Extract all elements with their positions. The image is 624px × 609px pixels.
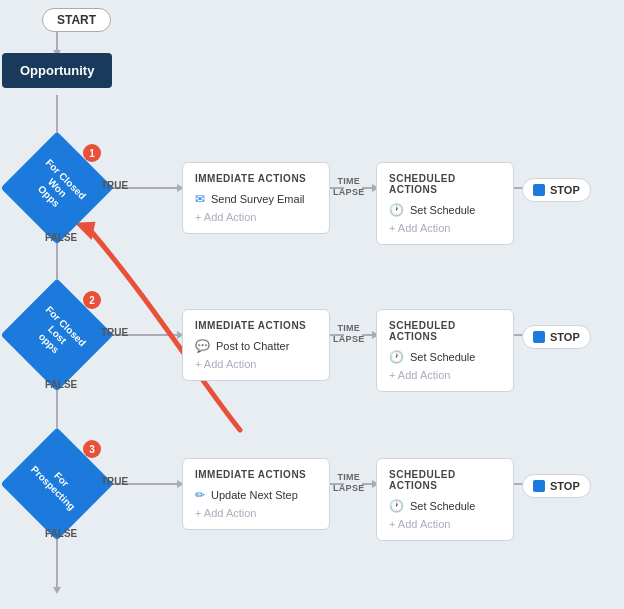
scheduled-actions-3: SCHEDULED ACTIONS 🕐 Set Schedule + Add A… [376, 458, 514, 541]
add-action-sched-1[interactable]: + Add Action [389, 222, 501, 234]
add-action-sched-3[interactable]: + Add Action [389, 518, 501, 530]
start-node: START [42, 8, 111, 32]
set-schedule-2[interactable]: 🕐 Set Schedule [389, 350, 501, 364]
email-icon: ✉ [195, 192, 205, 206]
diamond-1-wrap[interactable]: For Closed WonOpps 1 TRUE FALSE [17, 148, 97, 228]
sched-title-3: SCHEDULED ACTIONS [389, 469, 501, 491]
time-lapse-label-2: TIMELAPSE [333, 323, 365, 345]
immediate-title-2: IMMEDIATE ACTIONS [195, 320, 317, 331]
stop-button-3[interactable]: STOP [522, 474, 591, 498]
diamond-2-false: FALSE [45, 379, 77, 390]
stop-square-2 [533, 331, 545, 343]
post-chatter-item[interactable]: 💬 Post to Chatter [195, 339, 317, 353]
immediate-actions-1: IMMEDIATE ACTIONS ✉ Send Survey Email + … [182, 162, 330, 234]
immediate-title-3: IMMEDIATE ACTIONS [195, 469, 317, 480]
flow-container: START Opportunity For Closed WonOpps 1 T… [0, 0, 624, 609]
add-action-3[interactable]: + Add Action [195, 507, 317, 519]
svg-marker-30 [53, 587, 61, 594]
opportunity-box: Opportunity [2, 53, 112, 88]
sched-title-1: SCHEDULED ACTIONS [389, 173, 501, 195]
diamond-1-false: FALSE [45, 232, 77, 243]
immediate-actions-3: IMMEDIATE ACTIONS ✏ Update Next Step + A… [182, 458, 330, 530]
add-action-2[interactable]: + Add Action [195, 358, 317, 370]
clock-icon-1: 🕐 [389, 203, 404, 217]
diamond-3-false: FALSE [45, 528, 77, 539]
stop-square-1 [533, 184, 545, 196]
send-survey-item[interactable]: ✉ Send Survey Email [195, 192, 317, 206]
diamond-3-true: TRUE [101, 476, 128, 487]
diamond-3-badge: 3 [83, 440, 101, 458]
stop-button-2[interactable]: STOP [522, 325, 591, 349]
diamond-1-true: TRUE [101, 180, 128, 191]
sched-title-2: SCHEDULED ACTIONS [389, 320, 501, 342]
time-lapse-label-1: TIMELAPSE [333, 176, 365, 198]
immediate-title-1: IMMEDIATE ACTIONS [195, 173, 317, 184]
diamond-2-true: TRUE [101, 327, 128, 338]
immediate-actions-2: IMMEDIATE ACTIONS 💬 Post to Chatter + Ad… [182, 309, 330, 381]
scheduled-actions-2: SCHEDULED ACTIONS 🕐 Set Schedule + Add A… [376, 309, 514, 392]
add-action-1[interactable]: + Add Action [195, 211, 317, 223]
stop-button-1[interactable]: STOP [522, 178, 591, 202]
diamond-3-wrap[interactable]: For Prospecting 3 TRUE FALSE [17, 444, 97, 524]
clock-icon-3: 🕐 [389, 499, 404, 513]
scheduled-actions-1: SCHEDULED ACTIONS 🕐 Set Schedule + Add A… [376, 162, 514, 245]
diamond-1-badge: 1 [83, 144, 101, 162]
time-lapse-label-3: TIMELAPSE [333, 472, 365, 494]
update-next-step-item[interactable]: ✏ Update Next Step [195, 488, 317, 502]
stop-square-3 [533, 480, 545, 492]
set-schedule-1[interactable]: 🕐 Set Schedule [389, 203, 501, 217]
add-action-sched-2[interactable]: + Add Action [389, 369, 501, 381]
chat-icon: 💬 [195, 339, 210, 353]
diamond-2-badge: 2 [83, 291, 101, 309]
set-schedule-3[interactable]: 🕐 Set Schedule [389, 499, 501, 513]
diamond-2-wrap[interactable]: For Closed Lostopps 2 TRUE FALSE [17, 295, 97, 375]
pencil-icon: ✏ [195, 488, 205, 502]
clock-icon-2: 🕐 [389, 350, 404, 364]
